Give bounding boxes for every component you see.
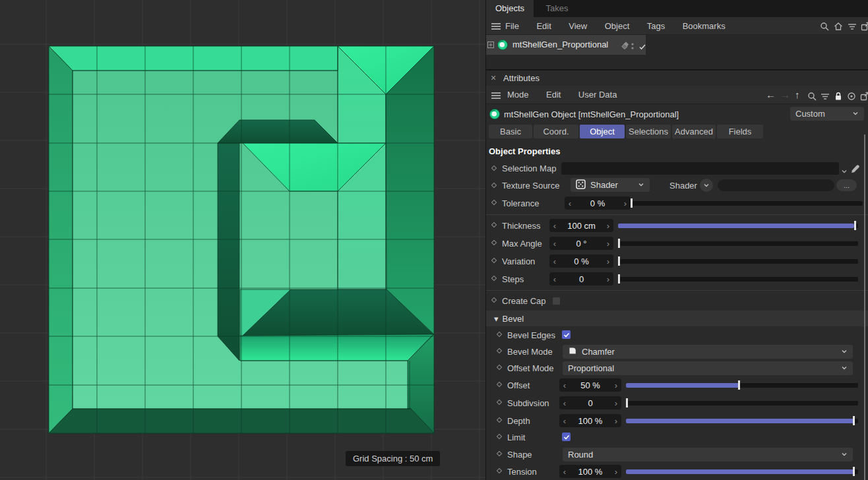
tab-advanced[interactable]: Advanced: [672, 125, 716, 138]
panel-tabbar: Objects Takes: [486, 0, 868, 17]
visibility-dots-icon[interactable]: [630, 40, 635, 52]
thickness-stepper[interactable]: ‹100 cm›: [549, 219, 613, 232]
keyframe-diamond-icon[interactable]: [491, 165, 497, 171]
chevron-down-icon[interactable]: [841, 165, 848, 177]
thickness-slider[interactable]: [618, 221, 858, 230]
menu-view[interactable]: View: [569, 17, 587, 35]
keyframe-diamond-icon[interactable]: [491, 240, 497, 245]
offset-mode-dropdown[interactable]: Proportional: [563, 361, 853, 375]
export-icon[interactable]: [859, 20, 868, 32]
shape-dropdown[interactable]: Round: [563, 448, 853, 462]
tolerance-stepper[interactable]: ‹0 %›: [565, 196, 631, 210]
bevel-edges-checkbox[interactable]: [562, 330, 571, 339]
tab-object[interactable]: Object: [580, 125, 625, 138]
keyframe-diamond-icon[interactable]: [491, 200, 497, 205]
keyframe-diamond-icon[interactable]: [491, 297, 497, 303]
tab-takes[interactable]: Takes: [537, 0, 578, 17]
keyframe-diamond-icon[interactable]: [491, 222, 497, 227]
3d-viewport[interactable]: Grid Spacing : 50 cm: [0, 0, 485, 480]
export-icon[interactable]: [859, 90, 868, 102]
forward-icon[interactable]: →: [780, 89, 790, 101]
max-angle-slider[interactable]: [618, 239, 858, 248]
max-angle-label: Max Angle: [502, 239, 542, 249]
subdivision-slider[interactable]: [626, 398, 858, 407]
steps-label: Steps: [502, 274, 524, 284]
lock-icon[interactable]: [832, 90, 844, 102]
tension-slider[interactable]: [626, 467, 858, 476]
shader-input[interactable]: [718, 179, 834, 191]
tab-objects[interactable]: Objects: [486, 0, 534, 17]
variation-stepper[interactable]: ‹0 %›: [549, 255, 613, 268]
menu-file[interactable]: File: [505, 17, 519, 35]
steps-stepper[interactable]: ‹0›: [549, 272, 613, 285]
keyframe-diamond-icon[interactable]: [497, 365, 502, 370]
expand-icon[interactable]: [487, 42, 494, 48]
up-icon[interactable]: ↑: [795, 89, 800, 101]
enable-check-icon[interactable]: [636, 41, 648, 53]
keyframe-diamond-icon[interactable]: [491, 258, 497, 263]
menu-user-data[interactable]: User Data: [578, 86, 617, 104]
object-name[interactable]: mtShellGen_Proportional: [512, 40, 608, 49]
max-angle-stepper[interactable]: ‹0 °›: [549, 237, 613, 250]
chevron-down-icon: [841, 450, 848, 460]
subdivision-stepper[interactable]: ‹0›: [559, 396, 621, 409]
limit-checkbox[interactable]: [562, 433, 571, 441]
keyframe-diamond-icon[interactable]: [497, 332, 502, 337]
shellgen-object-icon[interactable]: [497, 39, 509, 53]
shader-options-button[interactable]: [700, 179, 713, 192]
hamburger-icon[interactable]: [490, 90, 502, 102]
menu-object[interactable]: Object: [605, 17, 630, 35]
preset-dropdown[interactable]: Custom: [790, 107, 864, 121]
depth-slider[interactable]: [626, 416, 858, 425]
steps-slider[interactable]: [618, 274, 858, 284]
panel-scrollbar[interactable]: [864, 135, 865, 480]
create-cap-checkbox[interactable]: [552, 297, 561, 305]
shader-dice-icon: [576, 179, 586, 191]
keyframe-diamond-icon[interactable]: [491, 183, 497, 188]
target-icon[interactable]: [846, 90, 857, 102]
keyframe-diamond-icon[interactable]: [497, 348, 502, 353]
subdivision-value: 0: [570, 398, 611, 408]
filter-icon[interactable]: [819, 90, 831, 102]
search-icon[interactable]: [806, 90, 818, 102]
tab-basic[interactable]: Basic: [489, 125, 532, 138]
tab-selections[interactable]: Selections: [626, 125, 671, 138]
keyframe-diamond-icon[interactable]: [497, 417, 502, 423]
bevel-mode-dropdown[interactable]: Chamfer: [563, 345, 853, 359]
thickness-label: Thickness: [502, 221, 541, 231]
keyframe-diamond-icon[interactable]: [497, 434, 502, 439]
close-icon[interactable]: ×: [491, 73, 496, 83]
menu-tags[interactable]: Tags: [647, 17, 665, 35]
object-row[interactable]: mtShellGen_Proportional: [486, 35, 646, 55]
menu-edit[interactable]: Edit: [536, 17, 551, 35]
menu-edit[interactable]: Edit: [546, 86, 561, 104]
variation-slider[interactable]: [618, 256, 858, 266]
selection-map-input[interactable]: [561, 162, 839, 175]
eyedropper-icon[interactable]: [849, 164, 861, 175]
tolerance-slider[interactable]: [631, 198, 863, 208]
home-icon[interactable]: [832, 20, 844, 32]
keyframe-diamond-icon[interactable]: [491, 276, 497, 281]
tab-fields[interactable]: Fields: [717, 125, 763, 138]
keyframe-diamond-icon[interactable]: [497, 468, 502, 473]
keyframe-diamond-icon[interactable]: [497, 451, 502, 456]
offset-stepper[interactable]: ‹50 %›: [559, 378, 621, 392]
menu-mode[interactable]: Mode: [507, 86, 529, 104]
bevel-section-header[interactable]: ▾ Bevel: [486, 311, 868, 326]
texture-source-dropdown[interactable]: Shader: [571, 178, 650, 192]
depth-stepper[interactable]: ‹100 %›: [559, 414, 621, 427]
keyframe-diamond-icon[interactable]: [497, 382, 502, 387]
filter-icon[interactable]: [846, 20, 858, 32]
shape-value: Round: [568, 450, 593, 460]
offset-slider[interactable]: [626, 380, 858, 390]
tension-stepper[interactable]: ‹100 %›: [559, 465, 621, 478]
hamburger-icon[interactable]: [490, 20, 502, 32]
back-icon[interactable]: ←: [766, 89, 776, 101]
depth-label: Depth: [507, 416, 530, 426]
keyframe-diamond-icon[interactable]: [497, 400, 502, 405]
shader-browse-button[interactable]: ...: [836, 179, 857, 191]
shader-label: Shader: [669, 181, 697, 191]
menu-bookmarks[interactable]: Bookmarks: [683, 17, 726, 35]
search-icon[interactable]: [819, 20, 830, 32]
tab-coord[interactable]: Coord.: [534, 125, 578, 138]
